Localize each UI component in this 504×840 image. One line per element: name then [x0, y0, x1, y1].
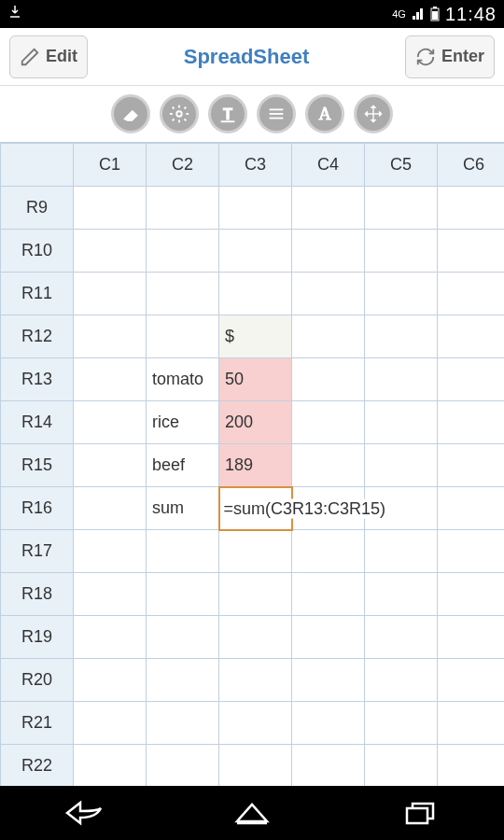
row-header[interactable]: R20	[1, 659, 74, 702]
cell[interactable]	[74, 659, 147, 702]
cell[interactable]	[438, 487, 505, 530]
cell[interactable]	[438, 401, 505, 444]
cell[interactable]	[438, 530, 505, 573]
cell[interactable]	[147, 573, 219, 616]
cell[interactable]	[438, 273, 505, 315]
cell[interactable]	[219, 745, 292, 787]
recent-button[interactable]	[392, 794, 448, 832]
cell[interactable]	[147, 702, 219, 745]
back-button[interactable]	[56, 794, 112, 832]
cell[interactable]	[219, 187, 292, 230]
cell[interactable]	[147, 745, 219, 787]
cell[interactable]	[292, 659, 365, 702]
cell[interactable]	[74, 187, 147, 230]
cell[interactable]: $	[219, 315, 292, 358]
cell[interactable]	[74, 616, 147, 659]
column-header[interactable]: C4	[292, 144, 365, 187]
eraser-tool[interactable]	[111, 94, 150, 133]
settings-tool[interactable]	[160, 94, 199, 133]
cell[interactable]	[74, 702, 147, 745]
cell[interactable]	[74, 573, 147, 616]
spreadsheet-grid[interactable]: C1C2C3C4C5C6R9R10R11R12$R13tomato50R14ri…	[0, 142, 504, 786]
cell[interactable]	[292, 187, 365, 230]
cell[interactable]	[438, 659, 505, 702]
text-tool[interactable]: T	[208, 94, 247, 133]
cell[interactable]: tomato	[147, 358, 219, 401]
row-header[interactable]: R22	[1, 745, 74, 787]
cell[interactable]	[365, 230, 438, 273]
cell[interactable]	[74, 358, 147, 401]
cell[interactable]	[365, 702, 438, 745]
row-header[interactable]: R13	[1, 358, 74, 401]
cell[interactable]	[438, 573, 505, 616]
cell[interactable]	[147, 315, 219, 358]
cell[interactable]	[219, 616, 292, 659]
cell[interactable]	[147, 187, 219, 230]
cell[interactable]: 189	[219, 444, 292, 487]
cell[interactable]	[365, 745, 438, 787]
cell[interactable]	[365, 659, 438, 702]
cell[interactable]	[292, 358, 365, 401]
cell[interactable]	[292, 315, 365, 358]
row-header[interactable]: R15	[1, 444, 74, 487]
cell[interactable]	[292, 745, 365, 787]
cell[interactable]	[219, 530, 292, 573]
row-header[interactable]: R12	[1, 315, 74, 358]
cell[interactable]	[292, 702, 365, 745]
cell[interactable]	[74, 230, 147, 273]
cell[interactable]	[438, 187, 505, 230]
cell[interactable]	[365, 616, 438, 659]
cell[interactable]	[147, 230, 219, 273]
corner-cell[interactable]	[1, 144, 74, 187]
cell[interactable]: sum	[147, 487, 219, 530]
cell[interactable]	[74, 530, 147, 573]
cell[interactable]	[292, 401, 365, 444]
cell[interactable]	[219, 230, 292, 273]
move-tool[interactable]	[354, 94, 393, 133]
row-header[interactable]: R17	[1, 530, 74, 573]
cell[interactable]	[365, 358, 438, 401]
font-tool[interactable]: A	[305, 94, 344, 133]
cell[interactable]	[438, 616, 505, 659]
cell[interactable]	[147, 273, 219, 315]
cell[interactable]	[147, 616, 219, 659]
row-header[interactable]: R16	[1, 487, 74, 530]
home-button[interactable]	[224, 794, 280, 832]
cell[interactable]	[292, 616, 365, 659]
row-header[interactable]: R18	[1, 573, 74, 616]
cell[interactable]: rice	[147, 401, 219, 444]
cell[interactable]	[292, 230, 365, 273]
cell[interactable]	[292, 273, 365, 315]
cell[interactable]	[365, 187, 438, 230]
cell[interactable]	[74, 273, 147, 315]
cell[interactable]: =sum(C3R13:C3R15)	[219, 487, 292, 530]
cell[interactable]	[74, 315, 147, 358]
column-header[interactable]: C1	[74, 144, 147, 187]
row-header[interactable]: R19	[1, 616, 74, 659]
cell[interactable]: 50	[219, 358, 292, 401]
cell[interactable]	[74, 487, 147, 530]
cell[interactable]	[365, 401, 438, 444]
cell[interactable]	[292, 444, 365, 487]
cell[interactable]	[292, 530, 365, 573]
cell[interactable]	[365, 444, 438, 487]
column-header[interactable]: C5	[365, 144, 438, 187]
cell[interactable]	[438, 745, 505, 787]
column-header[interactable]: C6	[438, 144, 505, 187]
cell[interactable]	[74, 444, 147, 487]
cell[interactable]	[219, 273, 292, 315]
cell[interactable]	[219, 702, 292, 745]
cell[interactable]	[438, 702, 505, 745]
cell[interactable]	[438, 315, 505, 358]
cell[interactable]	[147, 659, 219, 702]
cell[interactable]	[219, 659, 292, 702]
column-header[interactable]: C3	[219, 144, 292, 187]
cell[interactable]	[219, 573, 292, 616]
cell[interactable]	[365, 315, 438, 358]
cell[interactable]	[365, 273, 438, 315]
cell[interactable]: beef	[147, 444, 219, 487]
cell[interactable]	[292, 573, 365, 616]
enter-button[interactable]: Enter	[405, 35, 495, 78]
row-header[interactable]: R21	[1, 702, 74, 745]
row-header[interactable]: R14	[1, 401, 74, 444]
